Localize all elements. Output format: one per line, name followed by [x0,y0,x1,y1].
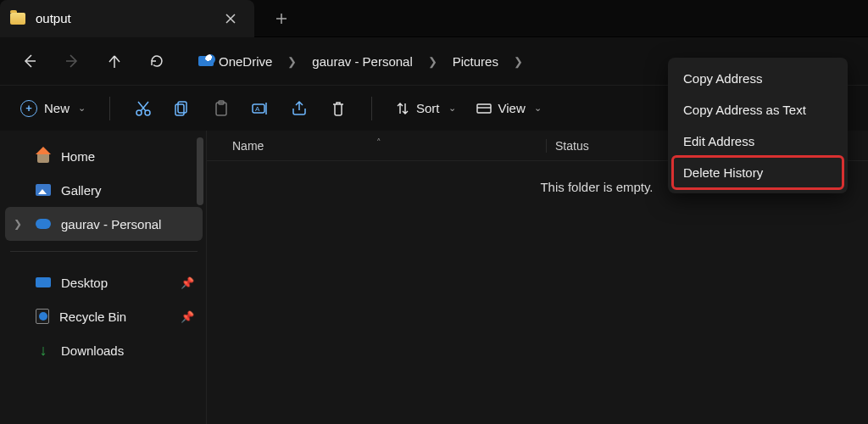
copy-button[interactable] [164,91,200,126]
folder-icon [10,13,25,25]
toolbar-separator [371,97,372,120]
sidebar-item-label: Recycle Bin [59,310,126,324]
pin-icon[interactable]: 📌 [181,310,194,323]
chevron-right-icon[interactable]: ❯ [284,55,300,68]
refresh-button[interactable] [139,43,175,79]
tab-bar: output [0,0,868,37]
gallery-icon [36,184,51,196]
chevron-right-icon[interactable]: ❯ [425,55,441,68]
svg-rect-2 [178,102,186,113]
chevron-down-icon: ⌄ [534,103,542,114]
ctx-copy-address[interactable]: Copy Address [673,63,843,94]
new-tab-button[interactable] [264,2,298,36]
sort-button[interactable]: Sort ⌄ [387,96,465,120]
sidebar-scrollbar[interactable] [197,137,203,205]
sidebar-item-home[interactable]: Home [5,139,203,173]
svg-rect-8 [477,104,491,113]
sort-icon [396,102,409,115]
chevron-right-icon[interactable]: ❯ [14,218,25,230]
up-button[interactable] [97,43,132,79]
delete-button[interactable] [320,91,356,126]
home-icon [36,149,51,163]
breadcrumb-label: OneDrive [219,54,272,69]
close-tab-button[interactable] [220,8,241,29]
chevron-down-icon: ⌄ [78,103,86,114]
view-label: View [498,101,526,115]
sidebar-item-label: Downloads [61,343,124,358]
view-button[interactable]: View ⌄ [468,96,550,120]
column-status-label: Status [555,139,589,153]
ctx-edit-address[interactable]: Edit Address [673,126,843,157]
new-label: New [44,101,70,115]
onedrive-icon [198,56,214,66]
sidebar-item-label: Gallery [61,183,102,198]
sort-arrow-up-icon: ˄ [376,137,381,148]
sidebar-item-gallery[interactable]: Gallery [5,173,203,207]
breadcrumb-pictures[interactable]: Pictures [446,49,505,74]
new-button[interactable]: + New ⌄ [12,95,94,122]
svg-text:A: A [255,105,260,113]
tab-output[interactable]: output [0,0,254,37]
column-name[interactable]: Name ˄ [207,139,546,153]
paste-button[interactable] [203,91,239,126]
chevron-right-icon[interactable]: ❯ [510,55,526,68]
rename-button[interactable]: A [242,91,278,126]
cut-button[interactable] [125,91,161,126]
plus-circle-icon: + [20,100,37,117]
share-button[interactable] [281,91,317,126]
ctx-copy-address-text[interactable]: Copy Address as Text [673,94,843,126]
svg-rect-3 [175,104,184,115]
back-button[interactable] [12,43,47,79]
sidebar-item-label: gaurav - Personal [61,217,161,232]
breadcrumb-label: Pictures [453,54,498,69]
sidebar-item-label: Desktop [61,276,108,290]
sidebar-item-label: Home [61,149,95,164]
sidebar-item-personal[interactable]: ❯ gaurav - Personal [5,207,203,241]
sort-label: Sort [416,101,440,115]
breadcrumb-onedrive[interactable]: OneDrive [192,49,279,74]
view-icon [476,103,492,114]
desktop-icon [36,277,51,287]
column-name-label: Name [232,139,264,153]
pin-icon[interactable]: 📌 [181,276,194,289]
download-icon: ↓ [36,343,51,358]
chevron-down-icon: ⌄ [448,103,456,114]
sidebar: Home Gallery ❯ gaurav - Personal Desktop… [0,131,207,424]
forward-button[interactable] [54,43,90,79]
tab-title: output [36,11,210,25]
sidebar-divider [10,251,198,252]
toolbar-separator [109,97,110,120]
recycle-bin-icon [36,309,49,324]
onedrive-icon [36,219,51,229]
sidebar-item-downloads[interactable]: ↓ Downloads [5,333,203,367]
ctx-delete-history[interactable]: Delete History [673,157,843,188]
breadcrumb-personal[interactable]: gaurav - Personal [305,49,419,74]
sidebar-item-desktop[interactable]: Desktop 📌 [5,265,203,299]
address-context-menu: Copy Address Copy Address as Text Edit A… [668,58,848,193]
sidebar-item-recyclebin[interactable]: Recycle Bin 📌 [5,299,203,333]
breadcrumb-label: gaurav - Personal [312,54,412,69]
